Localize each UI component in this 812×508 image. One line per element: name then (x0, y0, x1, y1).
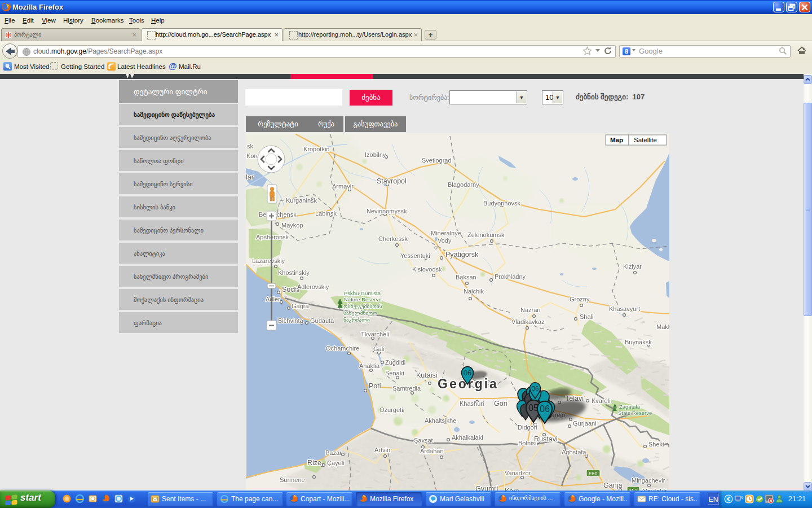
svg-text:Nevinnomyssk: Nevinnomyssk (367, 208, 407, 214)
svg-text:Pskhu-Gumista: Pskhu-Gumista (344, 290, 381, 296)
svg-text:Sheki: Sheki (648, 441, 664, 448)
svg-text:Mingachevir: Mingachevir (632, 477, 665, 484)
svg-text:Adler: Adler (266, 296, 280, 303)
svg-text:Baksan: Baksan (456, 274, 476, 281)
svg-text:Vladikavkaz: Vladikavkaz (511, 318, 545, 325)
svg-text:Cherkessk: Cherkessk (378, 235, 408, 242)
svg-text:Ochamchire: Ochamchire (326, 345, 359, 352)
svg-text:სახელმწიფო: სახელმწიფო (343, 310, 377, 316)
svg-text:Izobilny: Izobilny (365, 151, 386, 158)
svg-text:Pazar: Pazar (325, 449, 342, 456)
svg-text:Nalchik: Nalchik (464, 288, 484, 295)
svg-text:Zelenokumsk: Zelenokumsk (467, 231, 505, 238)
svg-text:Gyumri: Gyumri (475, 485, 498, 491)
svg-text:Svetlograd: Svetlograd (422, 157, 452, 164)
svg-text:State Reserve: State Reserve (618, 410, 652, 416)
svg-text:Poti: Poti (369, 382, 381, 390)
svg-text:Aghstafa: Aghstafa (562, 449, 586, 456)
svg-text:Satellite: Satellite (634, 137, 657, 143)
svg-text:Prokhladny: Prokhladny (495, 273, 526, 280)
svg-text:Nature Reserve: Nature Reserve (344, 296, 382, 303)
svg-text:Vanadzor: Vanadzor (505, 470, 531, 476)
svg-text:Şavşat: Şavşat (414, 437, 433, 444)
svg-text:Map: Map (610, 137, 623, 143)
svg-text:Kurganinsk: Kurganinsk (286, 197, 317, 204)
svg-text:Yessentuki: Yessentuki (400, 252, 430, 259)
svg-text:Kislovodsk: Kislovodsk (412, 266, 442, 273)
svg-text:Armavir: Armavir (332, 183, 354, 190)
svg-text:Nazran: Nazran (520, 306, 540, 313)
svg-text:ფსხუ-გუმისთის: ფსხუ-გუმისთის (343, 303, 382, 309)
svg-text:Shali: Shali (580, 313, 593, 320)
svg-text:Gagra: Gagra (292, 303, 309, 309)
svg-text:Buynaksk: Buynaksk (625, 339, 652, 345)
svg-text:Sürmene: Sürmene (280, 476, 305, 483)
svg-text:Apsheronsk: Apsheronsk (256, 234, 289, 240)
svg-text:Kizlyar: Kizlyar (623, 263, 642, 270)
svg-text:06: 06 (531, 384, 539, 392)
svg-text:lar: lar (246, 173, 254, 181)
svg-text:Maykop: Maykop (281, 222, 303, 229)
svg-text:sk: sk (247, 143, 254, 150)
svg-text:Gudauta: Gudauta (310, 317, 334, 324)
svg-text:Gali: Gali (373, 345, 385, 352)
svg-text:Akhalkalaki: Akhalkalaki (452, 434, 483, 441)
svg-text:Ganja: Ganja (603, 481, 622, 489)
svg-text:Zugdidi: Zugdidi (385, 359, 405, 366)
svg-text:Khostinskiy: Khostinskiy (278, 269, 310, 276)
svg-text:06: 06 (464, 369, 471, 377)
svg-text:Bichvinta: Bichvinta (278, 317, 304, 324)
svg-text:E60: E60 (589, 471, 597, 476)
svg-text:Senaki: Senaki (385, 370, 404, 376)
svg-text:Kvareli: Kvareli (592, 397, 611, 404)
svg-text:Khashuri: Khashuri (460, 400, 484, 407)
svg-text:Anaklia: Anaklia (359, 362, 380, 369)
svg-text:Kutaisi: Kutaisi (416, 371, 438, 379)
svg-text:Kropotkin: Kropotkin (303, 146, 329, 152)
svg-text:Gurjaani: Gurjaani (573, 420, 597, 427)
svg-text:Çayeli: Çayeli (327, 459, 345, 466)
svg-text:Ardahan: Ardahan (420, 448, 444, 454)
svg-text:Vody: Vody (438, 237, 452, 244)
svg-text:Pyatigorsk: Pyatigorsk (445, 251, 479, 259)
svg-text:Labinsk: Labinsk (315, 210, 337, 217)
svg-text:ნაკრძალი: ნაკრძალი (343, 317, 370, 323)
svg-text:Mineralnye: Mineralnye (431, 230, 461, 237)
svg-text:Akhaltsikhe: Akhaltsikhe (425, 417, 456, 424)
svg-text:Belorechensk: Belorechensk (259, 211, 297, 218)
svg-text:Khasavyurt: Khasavyurt (609, 305, 640, 312)
svg-text:Budyonnovsk: Budyonnovsk (483, 200, 521, 207)
svg-text:Blagodarny: Blagodarny (448, 181, 479, 188)
svg-text:Grozny: Grozny (570, 296, 590, 303)
svg-text:Rize: Rize (307, 459, 321, 467)
svg-text:Didgori: Didgori (518, 424, 537, 431)
svg-text:Tkvarcheli: Tkvarcheli (361, 331, 389, 338)
svg-text:Artvin: Artvin (374, 446, 390, 453)
svg-text:Lazarevskiy: Lazarevskiy (252, 257, 285, 264)
svg-text:Samtredia: Samtredia (392, 385, 421, 392)
svg-text:Ozurgeti: Ozurgeti (379, 406, 403, 413)
svg-text:Rustavi: Rustavi (534, 435, 558, 443)
svg-text:Stavropol: Stavropol (377, 177, 407, 185)
svg-text:Gori: Gori (494, 400, 508, 408)
svg-text:Adlerovskiy: Adlerovskiy (297, 283, 329, 290)
svg-text:Zagatala: Zagatala (619, 404, 641, 410)
svg-text:Makha: Makha (656, 323, 669, 330)
svg-text:06: 06 (540, 404, 550, 414)
